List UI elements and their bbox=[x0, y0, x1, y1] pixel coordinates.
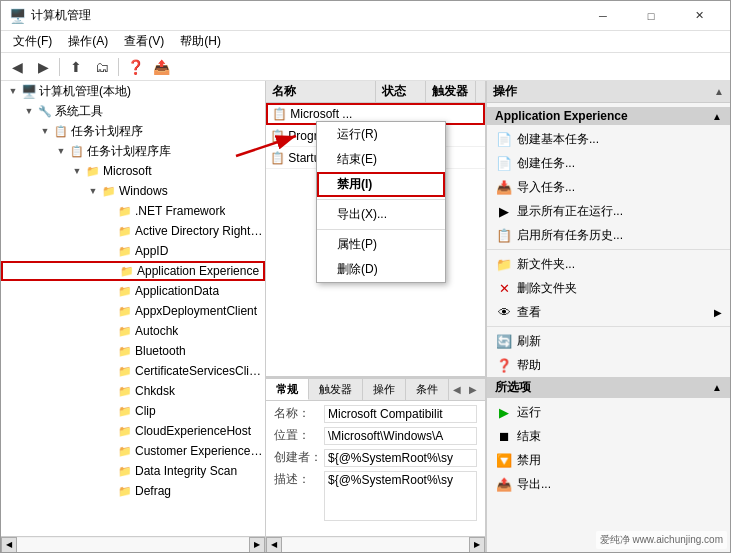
end-icon: ⏹ bbox=[495, 427, 513, 445]
help-toolbar-button[interactable]: ❓ bbox=[123, 56, 147, 78]
tab-conditions[interactable]: 条件 bbox=[406, 379, 449, 400]
forward-button[interactable]: ▶ bbox=[31, 56, 55, 78]
tree-item-net[interactable]: ▶ 📁 .NET Framework bbox=[1, 201, 265, 221]
col-status[interactable]: 状态 bbox=[376, 81, 426, 102]
menu-view[interactable]: 查看(V) bbox=[116, 31, 172, 52]
menu-help[interactable]: 帮助(H) bbox=[172, 31, 229, 52]
action-export[interactable]: 📤 导出... bbox=[487, 472, 730, 496]
ctx-properties[interactable]: 属性(P) bbox=[317, 232, 445, 257]
maximize-button[interactable]: □ bbox=[628, 1, 674, 31]
tree-item-defrag[interactable]: ▶ 📁 Defrag bbox=[1, 481, 265, 501]
tree-item-appdata[interactable]: ▶ 📁 ApplicationData bbox=[1, 281, 265, 301]
detail-value-desc: ${@%SystemRoot%\sy bbox=[324, 471, 477, 521]
tree-item-custexp[interactable]: ▶ 📁 Customer Experience Im bbox=[1, 441, 265, 461]
action-enable-history[interactable]: 📋 启用所有任务历史... bbox=[487, 223, 730, 247]
middle-scroll-track[interactable] bbox=[282, 538, 469, 552]
actions-collapse-btn[interactable]: ▲ bbox=[714, 86, 724, 97]
action-run[interactable]: ▶ 运行 bbox=[487, 400, 730, 424]
middle-scroll-right[interactable]: ▶ bbox=[469, 537, 485, 553]
col-name[interactable]: 名称 bbox=[266, 81, 376, 102]
tree-item-autochk[interactable]: ▶ 📁 Autochk bbox=[1, 321, 265, 341]
action-end[interactable]: ⏹ 结束 bbox=[487, 424, 730, 448]
label-windows: Windows bbox=[119, 184, 168, 198]
col-trigger[interactable]: 触发器 bbox=[426, 81, 476, 102]
ctx-export[interactable]: 导出(X)... bbox=[317, 202, 445, 227]
ctx-end[interactable]: 结束(E) bbox=[317, 147, 445, 172]
action-view[interactable]: 👁 查看 ▶ bbox=[487, 300, 730, 324]
scroll-track[interactable] bbox=[17, 538, 249, 552]
middle-scroll-left[interactable]: ◀ bbox=[266, 537, 282, 553]
main-content: ▼ 🖥️ 计算机管理(本地) ▼ 🔧 系统工具 ▼ 📋 任务计划程序 ▼ 📋 bbox=[1, 81, 730, 552]
section-title-selected: 所选项 bbox=[495, 379, 531, 396]
action-help[interactable]: ❓ 帮助 bbox=[487, 353, 730, 377]
action-new-folder-label: 新文件夹... bbox=[517, 256, 575, 273]
tree-item-cloudexp[interactable]: ▶ 📁 CloudExperienceHost bbox=[1, 421, 265, 441]
tree-item-clip[interactable]: ▶ 📁 Clip bbox=[1, 401, 265, 421]
action-new-folder[interactable]: 📁 新文件夹... bbox=[487, 252, 730, 276]
expand-windows: ▼ bbox=[85, 183, 101, 199]
detail-row-desc: 描述： ${@%SystemRoot%\sy bbox=[274, 471, 477, 521]
window-controls: ─ □ ✕ bbox=[580, 1, 722, 31]
toolbar-sep-1 bbox=[59, 58, 60, 76]
section-collapse-appexp[interactable]: ▲ bbox=[712, 111, 722, 122]
help-icon: ❓ bbox=[495, 356, 513, 374]
close-button[interactable]: ✕ bbox=[676, 1, 722, 31]
tab-actions[interactable]: 操作 bbox=[363, 379, 406, 400]
detail-panel: 常规 触发器 操作 条件 ◀ ▶ 名称： Microsoft Compatibi… bbox=[266, 376, 485, 536]
tab-general[interactable]: 常规 bbox=[266, 379, 309, 400]
export-toolbar-button[interactable]: 📤 bbox=[149, 56, 173, 78]
scroll-right[interactable]: ▶ bbox=[249, 537, 265, 553]
tree-item-chkdsk[interactable]: ▶ 📁 Chkdsk bbox=[1, 381, 265, 401]
menu-action[interactable]: 操作(A) bbox=[60, 31, 116, 52]
new-folder-icon: 📁 bbox=[495, 255, 513, 273]
label-net: .NET Framework bbox=[135, 204, 225, 218]
tree-item-tasklib[interactable]: ▼ 📋 任务计划程序库 bbox=[1, 141, 265, 161]
action-disable[interactable]: 🔽 禁用 bbox=[487, 448, 730, 472]
label-tasklib: 任务计划程序库 bbox=[87, 143, 171, 160]
tree-item-ad[interactable]: ▶ 📁 Active Directory Rights M bbox=[1, 221, 265, 241]
view-icon: 👁 bbox=[495, 303, 513, 321]
ctx-delete[interactable]: 删除(D) bbox=[317, 257, 445, 282]
list-header: 名称 状态 触发器 bbox=[266, 81, 485, 103]
window-icon: 🖥️ bbox=[9, 8, 25, 24]
action-enable-history-label: 启用所有任务历史... bbox=[517, 227, 623, 244]
section-collapse-selected[interactable]: ▲ bbox=[712, 382, 722, 393]
tree-item-microsoft[interactable]: ▼ 📁 Microsoft bbox=[1, 161, 265, 181]
action-refresh[interactable]: 🔄 刷新 bbox=[487, 329, 730, 353]
tree-item-appx[interactable]: ▶ 📁 AppxDeploymentClient bbox=[1, 301, 265, 321]
tree-item-bluetooth[interactable]: ▶ 📁 Bluetooth bbox=[1, 341, 265, 361]
icon-defrag: 📁 bbox=[117, 483, 133, 499]
action-show-running[interactable]: ▶ 显示所有正在运行... bbox=[487, 199, 730, 223]
tab-triggers[interactable]: 触发器 bbox=[309, 379, 363, 400]
ctx-run[interactable]: 运行(R) bbox=[317, 122, 445, 147]
watermark: 爱纯净 www.aichunjing.com bbox=[596, 531, 727, 549]
tree-item-dataint[interactable]: ▶ 📁 Data Integrity Scan bbox=[1, 461, 265, 481]
ctx-disable[interactable]: 禁用(I) bbox=[317, 172, 445, 197]
tree-item-appid[interactable]: ▶ 📁 AppID bbox=[1, 241, 265, 261]
tree-item-task[interactable]: ▼ 📋 任务计划程序 bbox=[1, 121, 265, 141]
tree-item-windows[interactable]: ▼ 📁 Windows bbox=[1, 181, 265, 201]
scroll-left[interactable]: ◀ bbox=[1, 537, 17, 553]
tab-scroll-left[interactable]: ◀ bbox=[449, 379, 465, 400]
action-delete-folder[interactable]: ✕ 删除文件夹 bbox=[487, 276, 730, 300]
action-create-basic[interactable]: 📄 创建基本任务... bbox=[487, 127, 730, 151]
action-import[interactable]: 📥 导入任务... bbox=[487, 175, 730, 199]
label-sys: 系统工具 bbox=[55, 103, 103, 120]
up-button[interactable]: ⬆ bbox=[64, 56, 88, 78]
icon-microsoft: 📁 bbox=[85, 163, 101, 179]
label-appexp: Application Experience bbox=[137, 264, 259, 278]
minimize-button[interactable]: ─ bbox=[580, 1, 626, 31]
action-create-task[interactable]: 📄 创建任务... bbox=[487, 151, 730, 175]
label-chkdsk: Chkdsk bbox=[135, 384, 175, 398]
tree-item-appexp[interactable]: ▶ 📁 Application Experience bbox=[1, 261, 265, 281]
icon-task: 📋 bbox=[53, 123, 69, 139]
tab-scroll-right[interactable]: ▶ bbox=[465, 379, 481, 400]
back-button[interactable]: ◀ bbox=[5, 56, 29, 78]
tree-item-certsvc[interactable]: ▶ 📁 CertificateServicesClient bbox=[1, 361, 265, 381]
view-arrow-icon: ▶ bbox=[714, 307, 722, 318]
menu-file[interactable]: 文件(F) bbox=[5, 31, 60, 52]
tree-item-sys[interactable]: ▼ 🔧 系统工具 bbox=[1, 101, 265, 121]
action-run-label: 运行 bbox=[517, 404, 541, 421]
tree-item-root[interactable]: ▼ 🖥️ 计算机管理(本地) bbox=[1, 81, 265, 101]
show-hide-button[interactable]: 🗂 bbox=[90, 56, 114, 78]
